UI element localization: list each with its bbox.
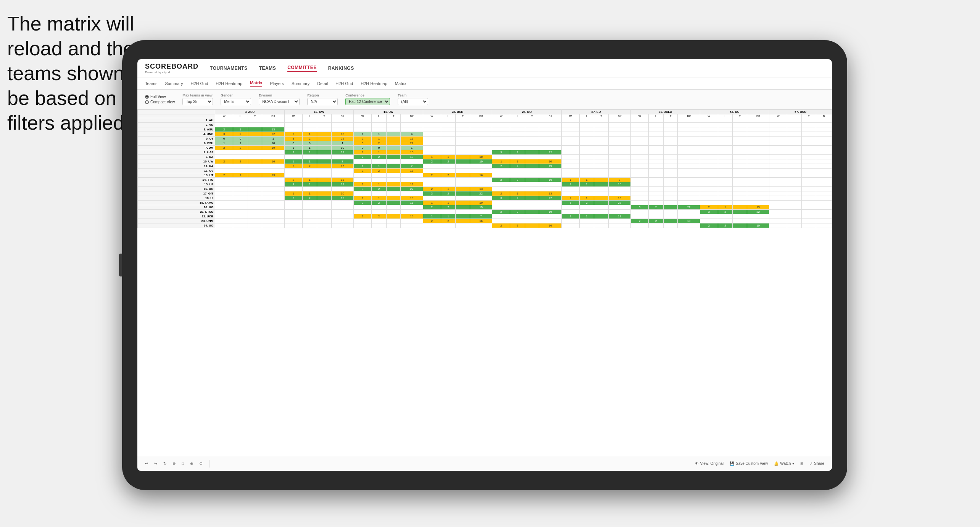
zoom-out-button[interactable]: ⊖	[172, 461, 176, 466]
matrix-cell	[816, 205, 832, 210]
subnav-players-h2h-grid[interactable]: H2H Grid	[335, 81, 353, 86]
matrix-cell	[423, 123, 441, 127]
team-label: 11. UA	[138, 164, 215, 169]
matrix-cell	[678, 155, 700, 159]
matrix-cell	[787, 219, 802, 223]
team-filter: Team (All)	[398, 93, 428, 105]
matrix-cell	[233, 118, 248, 123]
matrix-cell: 1	[372, 182, 386, 187]
matrix-cell	[248, 150, 262, 155]
share-button[interactable]: ↗ Share	[809, 461, 824, 466]
matrix-cell	[248, 214, 262, 219]
conference-select[interactable]: Pac-12 Conference (All) ACC Big Ten SEC	[345, 98, 390, 105]
matrix-cell: 1	[372, 150, 386, 155]
subnav-detail[interactable]: Detail	[317, 81, 328, 86]
matrix-cell	[718, 182, 732, 187]
matrix-cell	[631, 214, 649, 219]
zoom-in-button[interactable]: ⊕	[190, 461, 193, 466]
division-select[interactable]: NCAA Division I NCAA Division II NCAA Di…	[259, 98, 300, 105]
matrix-cell	[215, 182, 233, 187]
gender-select[interactable]: Men's Women's	[221, 98, 251, 105]
matrix-cell	[470, 141, 492, 146]
matrix-cell	[787, 164, 802, 169]
matrix-cell	[262, 118, 284, 123]
matrix-cell	[401, 127, 423, 132]
compact-view-radio-dot	[145, 100, 149, 104]
share-label: Share	[814, 461, 824, 466]
subnav-players[interactable]: Players	[270, 81, 284, 86]
gender-label: Gender	[221, 93, 251, 97]
matrix-cell	[802, 159, 816, 164]
matrix-cell	[787, 150, 802, 155]
matrix-cell	[663, 127, 678, 132]
subnav-players-matrix[interactable]: Matrix	[395, 81, 406, 86]
matrix-cell	[678, 178, 700, 182]
subnav-h2h-grid[interactable]: H2H Grid	[190, 81, 208, 86]
matrix-cell	[816, 196, 832, 201]
subnav-teams[interactable]: Teams	[145, 81, 157, 86]
redo-button[interactable]: ↪	[154, 461, 157, 466]
matrix-cell	[510, 123, 525, 127]
matrix-cell	[747, 118, 769, 123]
subnav-players-summary[interactable]: Summary	[292, 81, 309, 86]
matrix-cell	[492, 132, 510, 137]
matrix-cell	[386, 187, 401, 191]
refresh-button[interactable]: ↻	[163, 461, 166, 466]
compact-view-radio[interactable]: Compact View	[145, 100, 175, 104]
undo-button[interactable]: ↩	[145, 461, 148, 466]
reset-zoom-button[interactable]: □	[182, 461, 184, 466]
matrix-cell	[215, 150, 233, 155]
matrix-cell: 2	[510, 150, 525, 155]
matrix-cell	[386, 214, 401, 219]
save-custom-button[interactable]: 💾 Save Custom View	[730, 461, 768, 466]
timer-button[interactable]: ⏱	[199, 461, 203, 466]
matrix-cell: 1	[423, 214, 441, 219]
matrix-cell	[608, 219, 630, 223]
nav-tournaments[interactable]: TOURNAMENTS	[210, 66, 248, 71]
matrix-cell	[718, 159, 732, 164]
watch-button[interactable]: 🔔 Watch ▾	[774, 461, 794, 466]
subnav-matrix[interactable]: Matrix	[250, 80, 262, 87]
matrix-cell	[663, 219, 678, 223]
matrix-cell	[769, 123, 787, 127]
team-label: 1. AU	[138, 118, 215, 123]
subnav-summary[interactable]: Summary	[165, 81, 183, 86]
matrix-cell	[510, 141, 525, 146]
matrix-cell	[284, 169, 302, 173]
full-view-radio[interactable]: Full View	[145, 95, 175, 99]
matrix-cell: 16	[331, 164, 353, 169]
subnav-players-h2h-heatmap[interactable]: H2H Heatmap	[361, 81, 387, 86]
matrix-cell	[539, 187, 561, 191]
team-label: 6. FSU	[138, 141, 215, 146]
subnav-h2h-heatmap[interactable]: H2H Heatmap	[216, 81, 242, 86]
matrix-cell	[816, 118, 832, 123]
matrix-cell	[718, 178, 732, 182]
matrix-cell	[718, 118, 732, 123]
matrix-cell	[317, 219, 332, 223]
grid-button[interactable]: ⊞	[800, 461, 803, 466]
matrix-cell	[470, 164, 492, 169]
matrix-cell: 13	[262, 173, 284, 178]
view-original-button[interactable]: 👁 View: Original	[695, 461, 724, 466]
max-teams-select[interactable]: Top 25 Top 10 All	[182, 98, 213, 105]
matrix-cell	[456, 155, 470, 159]
region-select[interactable]: N/A South West East	[307, 98, 338, 105]
matrix-cell	[594, 137, 609, 141]
matrix-content[interactable]: 3. ASU 10. UW 11. UA 22. UCB 24. UO 27. …	[137, 109, 832, 456]
matrix-cell	[331, 205, 353, 210]
matrix-cell	[539, 219, 561, 223]
matrix-cell	[262, 182, 284, 187]
team-select[interactable]: (All)	[398, 98, 428, 105]
matrix-cell	[733, 118, 747, 123]
matrix-cell	[631, 201, 649, 205]
matrix-cell: 2	[284, 164, 302, 169]
matrix-cell	[816, 137, 832, 141]
nav-committee[interactable]: COMMITTEE	[287, 65, 317, 72]
matrix-wrapper[interactable]: 3. ASU 10. UW 11. UA 22. UCB 24. UO 27. …	[137, 109, 832, 456]
matrix-cell	[802, 223, 816, 228]
matrix-cell	[802, 132, 816, 137]
matrix-cell	[816, 141, 832, 146]
matrix-cell	[510, 155, 525, 159]
nav-teams[interactable]: TEAMS	[259, 66, 276, 71]
nav-rankings[interactable]: RANKINGS	[328, 66, 354, 71]
